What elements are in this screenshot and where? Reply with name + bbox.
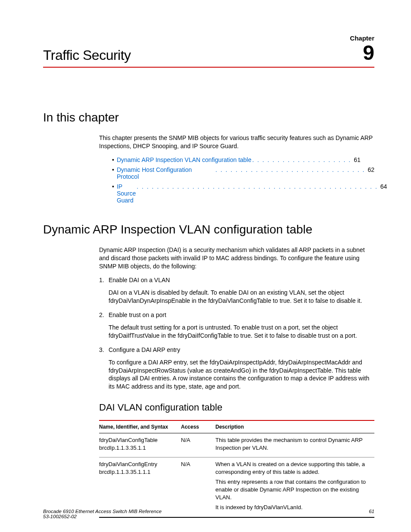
bullet-icon: • (112, 183, 114, 190)
col-header-description: Description (215, 420, 374, 433)
step-2: 2.Enable trust on a port The default tru… (99, 311, 374, 340)
page-footer: Brocade 6910 Ethernet Access Switch MIB … (43, 509, 374, 519)
footer-docnum: 53-1002652-02 (43, 514, 162, 519)
desc-text: When a VLAN is created on a device suppo… (215, 460, 371, 476)
name-line: fdryDaiVlanConfigEntry (99, 460, 177, 468)
cell-description: This table provides the mechanism to con… (215, 433, 374, 457)
chapter-title: Traffic Security (43, 47, 131, 63)
dai-intro: Dynamic ARP Inspection (DAI) is a securi… (99, 246, 374, 271)
step-title: Enable DAI on a VLAN (109, 277, 170, 283)
step-1: 1.Enable DAI on a VLAN DAI on a VLAN is … (99, 276, 374, 305)
col-header-access: Access (181, 420, 215, 433)
step-number: 1. (99, 276, 109, 284)
toc-list: • Dynamic ARP Inspection VLAN configurat… (112, 156, 374, 204)
chapter-label: Chapter (350, 34, 374, 42)
step-body: DAI on a VLAN is disabled by default. To… (109, 289, 374, 305)
step-title: Enable trust on a port (109, 311, 166, 318)
identifier-line: brcdIp.1.1.3.35.1.1.1 (99, 468, 177, 476)
name-line: fdryDaiVlanConfigTable (99, 436, 177, 444)
toc-link-dhcp[interactable]: Dynamic Host Configuration Protocol (117, 166, 215, 180)
cell-name: fdryDaiVlanConfigEntry brcdIp.1.1.3.35.1… (99, 457, 181, 517)
toc-item: • Dynamic Host Configuration Protocol . … (112, 166, 374, 180)
desc-text: This entry represents a row that contain… (215, 478, 371, 501)
footer-title: Brocade 6910 Ethernet Access Switch MIB … (43, 509, 162, 514)
cell-access: N/A (181, 457, 215, 517)
toc-page: 64 (380, 183, 387, 190)
steps-list: 1.Enable DAI on a VLAN DAI on a VLAN is … (99, 276, 374, 391)
table-header-row: Name, Identifier, and Syntax Access Desc… (99, 420, 374, 433)
footer-left: Brocade 6910 Ethernet Access Switch MIB … (43, 509, 162, 519)
cell-name: fdryDaiVlanConfigTable brcdIp.1.1.3.35.1… (99, 433, 181, 457)
toc-page: 62 (367, 166, 374, 173)
step-3: 3.Configure a DAI ARP entry To configure… (99, 346, 374, 391)
toc-dots: . . . . . . . . . . . . . . . . . . . . … (137, 183, 378, 190)
toc-link-ip-source-guard[interactable]: IP Source Guard (117, 183, 136, 204)
toc-item: • Dynamic ARP Inspection VLAN configurat… (112, 156, 374, 163)
chapter-number-block: Chapter 9 (350, 34, 374, 63)
toc-dots: . . . . . . . . . . . . . . . . . . . . … (215, 166, 365, 173)
step-body: The default trust setting for a port is … (109, 324, 374, 340)
table-row: fdryDaiVlanConfigEntry brcdIp.1.1.3.35.1… (99, 457, 374, 517)
toc-dots: . . . . . . . . . . . . . . . . . . . . (252, 156, 352, 163)
step-number: 3. (99, 346, 109, 354)
table-row: fdryDaiVlanConfigTable brcdIp.1.1.3.35.1… (99, 433, 374, 457)
dai-vlan-config-heading: Dynamic ARP Inspection VLAN configuratio… (43, 223, 374, 236)
step-body: To configure a DAI ARP entry, set the fd… (109, 358, 374, 391)
toc-item: • IP Source Guard . . . . . . . . . . . … (112, 183, 374, 204)
in-this-chapter-intro: This chapter presents the SNMP MIB objec… (99, 134, 374, 150)
chapter-header: Traffic Security Chapter 9 (43, 34, 374, 68)
bullet-icon: • (112, 166, 114, 173)
step-number: 2. (99, 311, 109, 319)
dai-vlan-table: Name, Identifier, and Syntax Access Desc… (99, 420, 374, 517)
footer-page-number: 61 (369, 509, 374, 519)
toc-link-dai-vlan[interactable]: Dynamic ARP Inspection VLAN configuratio… (117, 156, 252, 163)
step-title: Configure a DAI ARP entry (109, 346, 180, 353)
dai-vlan-table-heading: DAI VLAN configuration table (99, 402, 374, 413)
identifier-line: brcdIp.1.1.3.35.1.1 (99, 444, 177, 452)
toc-page: 61 (354, 156, 361, 163)
cell-access: N/A (181, 433, 215, 457)
in-this-chapter-heading: In this chapter (43, 111, 374, 124)
chapter-number: 9 (350, 43, 374, 63)
cell-description: When a VLAN is created on a device suppo… (215, 457, 374, 517)
bullet-icon: • (112, 156, 114, 163)
desc-text: This table provides the mechanism to con… (215, 436, 371, 451)
col-header-name: Name, Identifier, and Syntax (99, 420, 181, 433)
